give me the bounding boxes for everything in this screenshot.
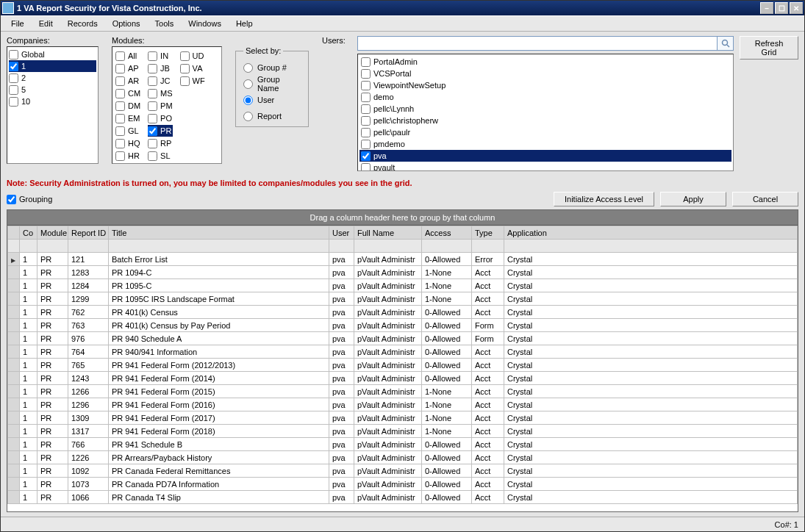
table-row[interactable]: 1PR1283PR 1094-CpvapVault Administr1-Non… — [8, 266, 798, 279]
table-row[interactable]: 1PR1243PR 941 Federal Form (2014)pvapVau… — [8, 372, 798, 385]
grouping-checkbox[interactable]: Grouping — [7, 193, 52, 205]
column-header[interactable] — [8, 226, 20, 240]
module-item[interactable]: GL — [115, 125, 140, 137]
selectby-option[interactable]: User — [243, 92, 301, 108]
menu-tools[interactable]: Tools — [148, 17, 182, 30]
selectby-option[interactable]: Group # — [243, 60, 301, 76]
module-item[interactable]: AP — [115, 62, 140, 74]
module-item[interactable]: WF — [180, 75, 205, 87]
filter-cell[interactable] — [329, 240, 354, 253]
module-item[interactable]: IM — [115, 162, 140, 164]
table-row[interactable]: 1PR1066PR Canada T4 SlippvapVault Admini… — [8, 491, 798, 504]
user-item[interactable]: pellc\paulr — [359, 126, 731, 138]
module-item[interactable]: HR — [115, 150, 140, 162]
filter-cell[interactable] — [68, 240, 109, 253]
user-item[interactable]: PortalAdmin — [359, 56, 731, 68]
column-header[interactable]: User — [329, 226, 354, 240]
column-header[interactable]: Access — [422, 226, 472, 240]
module-item[interactable]: PM — [148, 100, 173, 112]
module-item[interactable]: RP — [148, 137, 173, 149]
module-item[interactable]: DM — [115, 100, 140, 112]
module-item[interactable]: PR — [148, 125, 173, 137]
filter-cell[interactable] — [109, 240, 329, 253]
company-item[interactable]: 2 — [9, 72, 96, 84]
group-bar[interactable]: Drag a column header here to group by th… — [7, 210, 798, 226]
user-item[interactable]: pva — [359, 150, 731, 162]
user-item[interactable]: pellc\Lynnh — [359, 103, 731, 115]
data-grid[interactable]: Drag a column header here to group by th… — [7, 209, 798, 512]
company-item[interactable]: 10 — [9, 96, 96, 107]
filter-cell[interactable] — [504, 240, 798, 253]
filter-cell[interactable] — [354, 240, 422, 253]
cancel-button[interactable]: Cancel — [732, 192, 798, 206]
init-access-button[interactable]: Initialize Access Level — [554, 192, 654, 206]
module-item[interactable]: EM — [115, 112, 140, 124]
company-item[interactable]: Global — [9, 48, 96, 60]
column-header[interactable]: Type — [472, 226, 504, 240]
module-item[interactable]: IN — [148, 50, 173, 62]
menu-records[interactable]: Records — [60, 17, 105, 30]
module-item[interactable]: SL — [148, 150, 173, 162]
table-row[interactable]: 1PR1226PR Arrears/Payback HistorypvapVau… — [8, 451, 798, 464]
table-row[interactable]: 1PR1299PR 1095C IRS Landscape Formatpvap… — [8, 292, 798, 306]
table-row[interactable]: 1PR1317PR 941 Federal Form (2018)pvapVau… — [8, 425, 798, 438]
module-item[interactable]: UD — [180, 50, 205, 62]
module-item[interactable]: SM — [148, 162, 173, 164]
minimize-button[interactable]: – — [760, 2, 773, 14]
filter-cell[interactable] — [37, 240, 68, 253]
user-item[interactable]: VCSPortal — [359, 68, 731, 79]
column-header[interactable]: Report ID — [68, 226, 109, 240]
table-row[interactable]: 1PR1266PR 941 Federal Form (2015)pvapVau… — [8, 385, 798, 398]
table-row[interactable]: 1PR762PR 401(k) CensuspvapVault Administ… — [8, 306, 798, 319]
column-header[interactable]: Title — [109, 226, 329, 240]
table-row[interactable]: 1PR764PR 940/941 InformationpvapVault Ad… — [8, 345, 798, 359]
filter-cell[interactable] — [422, 240, 472, 253]
search-input[interactable] — [357, 36, 718, 51]
user-item[interactable]: pmdemo — [359, 138, 731, 150]
apply-button[interactable]: Apply — [660, 192, 726, 206]
column-header[interactable]: Module — [37, 226, 68, 240]
refresh-button[interactable]: Refresh Grid — [740, 36, 798, 60]
table-row[interactable]: 1PR976PR 940 Schedule ApvapVault Adminis… — [8, 332, 798, 345]
module-item[interactable]: All — [115, 50, 140, 62]
user-item[interactable]: demo — [359, 91, 731, 103]
table-row[interactable]: 1PR121Batch Error ListpvapVault Administ… — [8, 253, 798, 266]
filter-cell[interactable] — [20, 240, 37, 253]
filter-cell[interactable] — [8, 240, 20, 253]
column-header[interactable]: Application — [504, 226, 798, 240]
maximize-button[interactable]: ☐ — [775, 2, 788, 14]
table-row[interactable]: 1PR763PR 401(k) Census by Pay Periodpvap… — [8, 319, 798, 332]
table-row[interactable]: 1PR765PR 941 Federal Form (2012/2013)pva… — [8, 359, 798, 372]
module-item[interactable]: JB — [148, 62, 173, 74]
module-item[interactable]: VA — [180, 62, 205, 74]
module-item[interactable]: JC — [148, 75, 173, 87]
menu-edit[interactable]: Edit — [32, 17, 60, 30]
menu-windows[interactable]: Windows — [181, 17, 229, 30]
companies-list[interactable]: Global 1 2 5 10 — [7, 46, 99, 164]
table-row[interactable]: 1PR1296PR 941 Federal Form (2016)pvapVau… — [8, 398, 798, 411]
table-row[interactable]: 1PR1092PR Canada Federal Remittancespvap… — [8, 464, 798, 478]
user-item[interactable]: pellc\christopherw — [359, 115, 731, 126]
column-header[interactable]: Full Name — [354, 226, 422, 240]
table-row[interactable]: 1PR1284PR 1095-CpvapVault Administr1-Non… — [8, 279, 798, 292]
company-item[interactable]: 1 — [9, 60, 96, 72]
close-button[interactable]: ✕ — [790, 2, 803, 14]
menu-help[interactable]: Help — [229, 17, 260, 30]
user-item[interactable]: pvault — [359, 162, 731, 171]
modules-list[interactable]: All AP AR CM DM EM GL HQ HR IM IN JB JC … — [112, 46, 222, 164]
menu-options[interactable]: Options — [105, 17, 148, 30]
table-row[interactable]: 1PR1073PR Canada PD7A InformationpvapVau… — [8, 478, 798, 491]
table-row[interactable]: 1PR766PR 941 Schedule BpvapVault Adminis… — [8, 438, 798, 451]
search-icon[interactable] — [718, 36, 734, 51]
module-item[interactable]: HQ — [115, 137, 140, 149]
module-item[interactable]: PO — [148, 112, 173, 124]
column-header[interactable]: Co — [20, 226, 37, 240]
company-item[interactable]: 5 — [9, 84, 96, 96]
module-item[interactable]: CM — [115, 87, 140, 99]
selectby-option[interactable]: Group Name — [243, 76, 301, 92]
user-item[interactable]: ViewpointNewSetup — [359, 79, 731, 91]
selectby-option[interactable]: Report — [243, 108, 301, 124]
module-item[interactable]: MS — [148, 87, 173, 99]
module-item[interactable]: AR — [115, 75, 140, 87]
menu-file[interactable]: File — [4, 17, 32, 30]
